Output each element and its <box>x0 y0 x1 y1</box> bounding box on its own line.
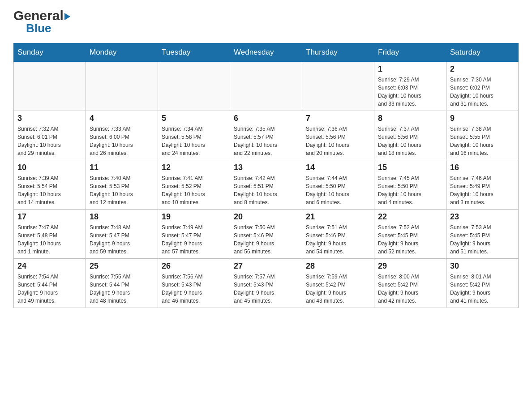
calendar-cell: 30Sunrise: 8:01 AMSunset: 5:42 PMDayligh… <box>446 259 519 308</box>
day-number: 2 <box>450 64 515 74</box>
calendar-cell <box>14 62 86 111</box>
weekday-header-monday: Monday <box>86 43 158 62</box>
calendar-cell: 4Sunrise: 7:33 AMSunset: 6:00 PMDaylight… <box>86 111 158 160</box>
day-number: 9 <box>450 114 515 123</box>
weekday-header-row: SundayMondayTuesdayWednesdayThursdayFrid… <box>14 43 519 62</box>
calendar-cell: 21Sunrise: 7:51 AMSunset: 5:46 PMDayligh… <box>302 210 374 259</box>
day-info: Sunrise: 7:56 AMSunset: 5:43 PMDaylight:… <box>162 273 226 305</box>
day-number: 8 <box>378 114 442 123</box>
day-info: Sunrise: 7:55 AMSunset: 5:44 PMDaylight:… <box>90 273 154 305</box>
calendar-cell: 22Sunrise: 7:52 AMSunset: 5:45 PMDayligh… <box>374 210 446 259</box>
week-row-0: 1Sunrise: 7:29 AMSunset: 6:03 PMDaylight… <box>14 62 519 111</box>
weekday-header-tuesday: Tuesday <box>158 43 230 62</box>
day-info: Sunrise: 7:38 AMSunset: 5:55 PMDaylight:… <box>450 125 515 157</box>
day-number: 23 <box>450 212 515 222</box>
day-info: Sunrise: 7:59 AMSunset: 5:42 PMDaylight:… <box>306 273 370 305</box>
calendar-cell: 25Sunrise: 7:55 AMSunset: 5:44 PMDayligh… <box>86 259 158 308</box>
logo-general: General <box>13 9 70 22</box>
day-info: Sunrise: 8:01 AMSunset: 5:42 PMDaylight:… <box>450 273 515 305</box>
day-info: Sunrise: 7:42 AMSunset: 5:51 PMDaylight:… <box>234 174 298 206</box>
calendar-table: SundayMondayTuesdayWednesdayThursdayFrid… <box>13 43 519 308</box>
calendar-cell: 2Sunrise: 7:30 AMSunset: 6:02 PMDaylight… <box>446 62 519 111</box>
day-number: 27 <box>234 261 298 271</box>
day-info: Sunrise: 7:32 AMSunset: 6:01 PMDaylight:… <box>17 125 82 157</box>
day-number: 7 <box>306 114 370 123</box>
calendar-cell: 17Sunrise: 7:47 AMSunset: 5:48 PMDayligh… <box>14 210 86 259</box>
week-row-1: 3Sunrise: 7:32 AMSunset: 6:01 PMDaylight… <box>14 111 519 160</box>
calendar-cell: 27Sunrise: 7:57 AMSunset: 5:43 PMDayligh… <box>230 259 302 308</box>
day-number: 30 <box>450 261 515 271</box>
day-number: 19 <box>162 212 226 222</box>
calendar-cell: 26Sunrise: 7:56 AMSunset: 5:43 PMDayligh… <box>158 259 230 308</box>
day-info: Sunrise: 7:53 AMSunset: 5:45 PMDaylight:… <box>450 223 515 256</box>
day-number: 10 <box>17 163 82 172</box>
week-row-2: 10Sunrise: 7:39 AMSunset: 5:54 PMDayligh… <box>14 160 519 210</box>
day-info: Sunrise: 7:39 AMSunset: 5:54 PMDaylight:… <box>17 174 82 206</box>
calendar-cell <box>158 62 230 111</box>
day-info: Sunrise: 7:54 AMSunset: 5:44 PMDaylight:… <box>17 273 82 305</box>
logo: General Blue <box>13 9 70 34</box>
calendar-cell: 28Sunrise: 7:59 AMSunset: 5:42 PMDayligh… <box>302 259 374 308</box>
calendar-cell: 9Sunrise: 7:38 AMSunset: 5:55 PMDaylight… <box>446 111 519 160</box>
calendar-cell: 11Sunrise: 7:40 AMSunset: 5:53 PMDayligh… <box>86 160 158 210</box>
calendar-cell: 13Sunrise: 7:42 AMSunset: 5:51 PMDayligh… <box>230 160 302 210</box>
day-info: Sunrise: 7:50 AMSunset: 5:46 PMDaylight:… <box>234 223 298 256</box>
day-number: 11 <box>90 163 154 172</box>
day-number: 29 <box>378 261 442 271</box>
weekday-header-wednesday: Wednesday <box>230 43 302 62</box>
day-number: 22 <box>378 212 442 222</box>
day-number: 24 <box>17 261 82 271</box>
day-number: 17 <box>17 212 82 222</box>
day-info: Sunrise: 7:44 AMSunset: 5:50 PMDaylight:… <box>306 174 370 206</box>
day-number: 3 <box>17 114 82 123</box>
day-info: Sunrise: 7:35 AMSunset: 5:57 PMDaylight:… <box>234 125 298 157</box>
day-number: 14 <box>306 163 370 172</box>
day-info: Sunrise: 7:51 AMSunset: 5:46 PMDaylight:… <box>306 223 370 256</box>
day-info: Sunrise: 7:41 AMSunset: 5:52 PMDaylight:… <box>162 174 226 206</box>
day-info: Sunrise: 7:45 AMSunset: 5:50 PMDaylight:… <box>378 174 442 206</box>
day-info: Sunrise: 7:37 AMSunset: 5:56 PMDaylight:… <box>378 125 442 157</box>
calendar-cell: 18Sunrise: 7:48 AMSunset: 5:47 PMDayligh… <box>86 210 158 259</box>
calendar-cell: 10Sunrise: 7:39 AMSunset: 5:54 PMDayligh… <box>14 160 86 210</box>
calendar-cell: 19Sunrise: 7:49 AMSunset: 5:47 PMDayligh… <box>158 210 230 259</box>
weekday-header-saturday: Saturday <box>446 43 519 62</box>
calendar-cell: 15Sunrise: 7:45 AMSunset: 5:50 PMDayligh… <box>374 160 446 210</box>
day-number: 12 <box>162 163 226 172</box>
calendar-cell: 8Sunrise: 7:37 AMSunset: 5:56 PMDaylight… <box>374 111 446 160</box>
weekday-header-friday: Friday <box>374 43 446 62</box>
day-info: Sunrise: 7:33 AMSunset: 6:00 PMDaylight:… <box>90 125 154 157</box>
calendar-cell: 7Sunrise: 7:36 AMSunset: 5:56 PMDaylight… <box>302 111 374 160</box>
day-number: 18 <box>90 212 154 222</box>
calendar-cell: 1Sunrise: 7:29 AMSunset: 6:03 PMDaylight… <box>374 62 446 111</box>
day-info: Sunrise: 7:29 AMSunset: 6:03 PMDaylight:… <box>378 76 442 108</box>
day-info: Sunrise: 7:46 AMSunset: 5:49 PMDaylight:… <box>450 174 515 206</box>
day-info: Sunrise: 7:34 AMSunset: 5:58 PMDaylight:… <box>162 125 226 157</box>
calendar-cell: 20Sunrise: 7:50 AMSunset: 5:46 PMDayligh… <box>230 210 302 259</box>
day-number: 20 <box>234 212 298 222</box>
day-number: 5 <box>162 114 226 123</box>
day-number: 13 <box>234 163 298 172</box>
weekday-header-sunday: Sunday <box>14 43 86 62</box>
day-number: 21 <box>306 212 370 222</box>
day-info: Sunrise: 7:52 AMSunset: 5:45 PMDaylight:… <box>378 223 442 256</box>
day-number: 6 <box>234 114 298 123</box>
calendar-cell <box>302 62 374 111</box>
calendar-cell: 23Sunrise: 7:53 AMSunset: 5:45 PMDayligh… <box>446 210 519 259</box>
day-info: Sunrise: 7:49 AMSunset: 5:47 PMDaylight:… <box>162 223 226 256</box>
day-info: Sunrise: 7:30 AMSunset: 6:02 PMDaylight:… <box>450 76 515 108</box>
day-info: Sunrise: 7:47 AMSunset: 5:48 PMDaylight:… <box>17 223 82 256</box>
day-number: 28 <box>306 261 370 271</box>
calendar-cell: 12Sunrise: 7:41 AMSunset: 5:52 PMDayligh… <box>158 160 230 210</box>
day-number: 15 <box>378 163 442 172</box>
calendar-cell: 29Sunrise: 8:00 AMSunset: 5:42 PMDayligh… <box>374 259 446 308</box>
calendar-cell: 5Sunrise: 7:34 AMSunset: 5:58 PMDaylight… <box>158 111 230 160</box>
calendar-cell <box>230 62 302 111</box>
calendar-cell: 24Sunrise: 7:54 AMSunset: 5:44 PMDayligh… <box>14 259 86 308</box>
day-info: Sunrise: 7:36 AMSunset: 5:56 PMDaylight:… <box>306 125 370 157</box>
day-info: Sunrise: 7:57 AMSunset: 5:43 PMDaylight:… <box>234 273 298 305</box>
day-number: 4 <box>90 114 154 123</box>
day-info: Sunrise: 7:40 AMSunset: 5:53 PMDaylight:… <box>90 174 154 206</box>
day-number: 26 <box>162 261 226 271</box>
day-info: Sunrise: 7:48 AMSunset: 5:47 PMDaylight:… <box>90 223 154 256</box>
calendar-cell: 16Sunrise: 7:46 AMSunset: 5:49 PMDayligh… <box>446 160 519 210</box>
